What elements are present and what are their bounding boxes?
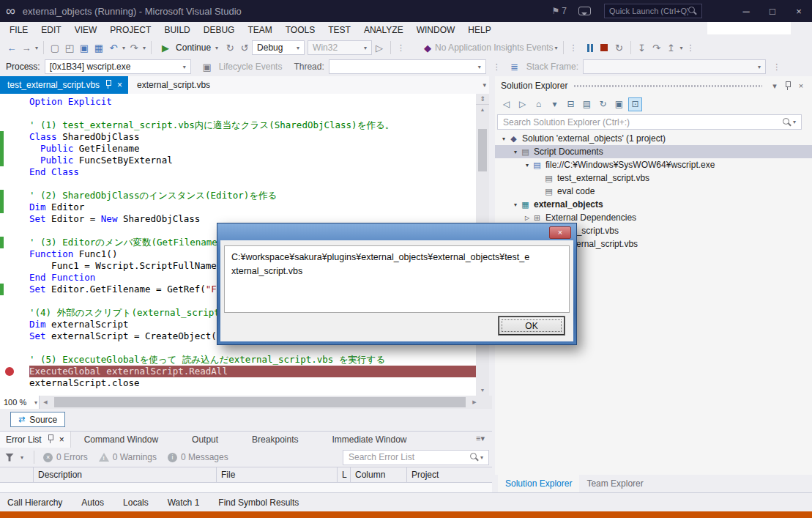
show-all-files-icon[interactable]: ▤: [580, 97, 594, 111]
tool-tab-locals[interactable]: Locals: [123, 497, 149, 508]
panel-tab-team-explorer[interactable]: Team Explorer: [579, 475, 650, 492]
tool-tab-call-hierarchy[interactable]: Call Hierarchy: [7, 497, 62, 508]
window-position-caret[interactable]: ▾: [768, 81, 781, 91]
bottom-tab-error-list[interactable]: Error List×: [0, 432, 71, 448]
code-line[interactable]: ' (5) ExcecuteGlobalを使って 読み込んだexternal_s…: [0, 354, 476, 366]
code-line[interactable]: End Class: [0, 166, 476, 178]
scroll-down-arrow[interactable]: ▼: [476, 385, 489, 396]
continue-button[interactable]: ▶ Continue ▾: [158, 42, 220, 53]
menu-help[interactable]: HELP: [461, 22, 497, 38]
panel-tab-solution-explorer[interactable]: Solution Explorer: [498, 475, 579, 492]
menu-file[interactable]: FILE: [3, 22, 34, 38]
maximize-button[interactable]: □: [759, 0, 786, 22]
toolbar-overflow-dots[interactable]: ⋮: [395, 43, 407, 53]
pin-icon[interactable]: [105, 79, 112, 91]
pin-icon[interactable]: [47, 434, 54, 445]
filter-icon[interactable]: [5, 454, 14, 462]
notifications-flag-icon[interactable]: ⚑7: [552, 6, 567, 16]
code-line[interactable]: Dim Editor: [0, 201, 476, 213]
toolbar-overflow-dots[interactable]: ⋮: [770, 62, 783, 72]
properties-icon[interactable]: ▣: [612, 97, 626, 111]
column-header-column[interactable]: Column: [350, 467, 406, 482]
expanded-arrow-icon[interactable]: ▾: [511, 149, 520, 155]
menu-edit[interactable]: EDIT: [34, 22, 67, 38]
tree-item[interactable]: ▾◆Solution 'external_objects' (1 project…: [495, 132, 812, 145]
errors-filter-button[interactable]: × 0 Errors: [43, 452, 88, 462]
horizontal-scroll-track[interactable]: [51, 396, 469, 409]
menu-analyze[interactable]: ANALYZE: [357, 22, 410, 38]
code-line[interactable]: Public GetFilename: [0, 143, 476, 155]
step-out-icon[interactable]: ↥: [664, 42, 679, 53]
navigate-back-icon[interactable]: ←: [4, 42, 19, 53]
error-list-search-input[interactable]: Search Error List ▾: [343, 450, 489, 465]
minimize-button[interactable]: ─: [733, 0, 759, 22]
messages-filter-button[interactable]: i 0 Messages: [168, 452, 228, 462]
close-button[interactable]: ×: [786, 0, 812, 22]
switch-views-icon[interactable]: ▾: [548, 97, 562, 111]
navigate-dropdown-caret[interactable]: ▾: [34, 45, 40, 51]
bottom-tab-breakpoints[interactable]: Breakpoints: [246, 434, 304, 445]
attach-icon[interactable]: ▷: [372, 42, 387, 53]
column-header-file[interactable]: File: [216, 467, 337, 482]
bottom-tab-output[interactable]: Output: [186, 434, 224, 445]
tool-tab-watch-1[interactable]: Watch 1: [168, 497, 200, 508]
configuration-dropdown[interactable]: Debug ▾: [252, 40, 305, 55]
tree-item[interactable]: ▾▦external_objects: [495, 198, 812, 211]
toolbar-overflow-dots[interactable]: ⋮: [567, 43, 580, 53]
filter-dropdown-caret[interactable]: ▾: [19, 454, 25, 461]
menu-debug[interactable]: DEBUG: [197, 22, 242, 38]
preview-selected-items-icon[interactable]: ⊡: [628, 97, 642, 111]
column-header-l[interactable]: L: [337, 467, 350, 482]
zoom-dropdown[interactable]: 100 % ▾: [0, 396, 40, 409]
breakpoint-dot[interactable]: [5, 367, 14, 376]
pause-icon[interactable]: [587, 44, 593, 52]
column-header-project[interactable]: Project: [406, 467, 492, 482]
tree-item[interactable]: ▤test_external_script.vbs: [495, 171, 812, 185]
window-menu-icon[interactable]: ≡▾: [476, 434, 485, 443]
close-tab-icon[interactable]: ×: [117, 81, 122, 89]
close-panel-icon[interactable]: ×: [794, 81, 808, 90]
debug-toolbar-caret[interactable]: ▾: [679, 45, 685, 51]
restart-debugging-icon[interactable]: ↻: [612, 42, 627, 53]
column-header-icon[interactable]: [0, 467, 33, 482]
tree-item[interactable]: ▾▤Script Documents: [495, 145, 812, 158]
editor-horizontal-scrollbar[interactable]: 100 % ▾ ◀ ▶: [0, 396, 492, 409]
collapse-all-icon[interactable]: ⊟: [564, 97, 578, 111]
close-tab-icon[interactable]: ×: [59, 435, 64, 444]
forward-icon[interactable]: ▷: [515, 97, 529, 111]
menu-view[interactable]: VIEW: [68, 22, 104, 38]
thread-dropdown[interactable]: ▾: [329, 59, 486, 74]
save-all-icon[interactable]: ▦: [92, 42, 106, 53]
search-options-caret[interactable]: ▾: [791, 119, 797, 125]
menu-team[interactable]: TEAM: [241, 22, 278, 38]
tree-item[interactable]: ▾▤file://C:¥Windows¥SysWOW64¥wscript.exe: [495, 158, 812, 171]
dialog-close-icon[interactable]: ×: [549, 226, 571, 239]
dialog-title-bar[interactable]: ×: [217, 223, 576, 240]
error-list-body[interactable]: [0, 483, 492, 492]
insights-dropdown-caret[interactable]: ▾: [554, 45, 559, 51]
save-icon[interactable]: ▣: [77, 42, 92, 53]
undo-dropdown-caret[interactable]: ▾: [121, 45, 127, 51]
split-window-grip[interactable]: ⇕: [476, 94, 489, 105]
new-file-icon[interactable]: ▢: [48, 42, 62, 53]
expanded-arrow-icon[interactable]: ▾: [499, 136, 508, 142]
menu-test[interactable]: TEST: [321, 22, 357, 38]
scroll-up-arrow[interactable]: ▲: [476, 105, 489, 115]
tool-tab-find-symbol-results[interactable]: Find Symbol Results: [218, 497, 299, 508]
back-icon[interactable]: ◁: [499, 97, 513, 111]
quick-launch-input[interactable]: Quick Launch (Ctrl+Q): [604, 4, 702, 18]
redo-icon[interactable]: ↷: [127, 42, 141, 53]
step-into-icon[interactable]: ↧: [635, 42, 649, 53]
code-line[interactable]: Public FuncSetByExternal: [0, 155, 476, 166]
process-dropdown[interactable]: [0x1B34] wscript.exe ▾: [45, 59, 191, 74]
editor-tab-test_external_script.vbs[interactable]: test_external_script.vbs×: [0, 76, 128, 94]
toolbar-overflow-dots[interactable]: ⋮: [685, 43, 697, 53]
stack-frame-dropdown[interactable]: ▾: [583, 59, 766, 74]
pin-icon[interactable]: [781, 81, 794, 92]
refresh-icon[interactable]: ↺: [237, 42, 252, 53]
expanded-arrow-icon[interactable]: ▾: [511, 201, 520, 208]
warnings-filter-button[interactable]: 0 Warnings: [99, 452, 157, 462]
bottom-tab-immediate-window[interactable]: Immediate Window: [326, 434, 412, 445]
editor-tab-external_script.vbs[interactable]: external_script.vbs: [128, 76, 219, 94]
sync-with-active-document-icon[interactable]: ↻: [596, 97, 610, 111]
